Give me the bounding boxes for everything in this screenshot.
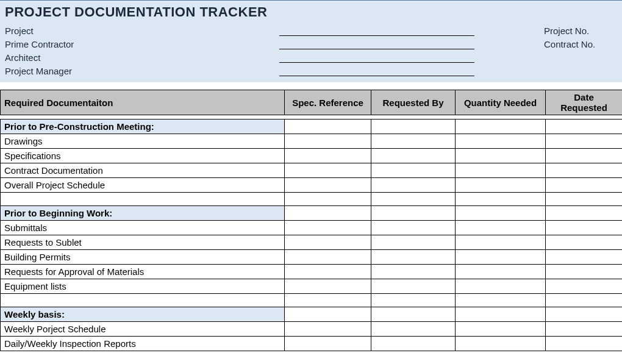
- table-row: Daily/Weekly Inspection Reports: [1, 337, 623, 351]
- cell[interactable]: [285, 120, 371, 134]
- cell[interactable]: [371, 279, 456, 294]
- header-block: PROJECT DOCUMENTATION TRACKER Project Pr…: [0, 0, 622, 82]
- cell[interactable]: [456, 163, 546, 178]
- table-row: Overall Project Schedule: [1, 178, 623, 193]
- cell[interactable]: [456, 178, 546, 193]
- col-header-spec: Spec. Reference: [285, 90, 371, 115]
- cell[interactable]: [456, 307, 546, 322]
- cell[interactable]: [546, 337, 623, 351]
- cell[interactable]: [456, 120, 546, 134]
- cell[interactable]: [285, 206, 371, 221]
- item-label: Weekly Porject Schedule: [1, 322, 285, 337]
- cell[interactable]: [456, 265, 546, 279]
- table-row: Weekly Porject Schedule: [1, 322, 623, 337]
- section-heading: Weekly basis:: [1, 307, 623, 322]
- cell[interactable]: [371, 265, 456, 279]
- table-row: Contract Documentation: [1, 163, 623, 178]
- cell[interactable]: [456, 134, 546, 149]
- meta-row-prime-contractor: Prime Contractor Contract No.: [5, 36, 617, 49]
- col-header-reqby: Requested By: [371, 90, 456, 115]
- item-label: Daily/Weekly Inspection Reports: [1, 337, 285, 351]
- cell[interactable]: [546, 206, 623, 221]
- section-heading-label: Prior to Beginning Work:: [1, 206, 285, 221]
- cell[interactable]: [285, 250, 371, 265]
- cell[interactable]: [371, 149, 456, 163]
- input-line-project-manager[interactable]: [279, 65, 474, 76]
- cell[interactable]: [546, 265, 623, 279]
- cell[interactable]: [546, 134, 623, 149]
- input-line-architect[interactable]: [279, 52, 474, 63]
- col-header-qty: Quantity Needed: [456, 90, 546, 115]
- cell[interactable]: [456, 221, 546, 235]
- table-row: Specifications: [1, 149, 623, 163]
- section-heading: Prior to Beginning Work:: [1, 206, 623, 221]
- page-title: PROJECT DOCUMENTATION TRACKER: [5, 4, 617, 20]
- cell[interactable]: [456, 149, 546, 163]
- table-row: Building Permits: [1, 250, 623, 265]
- cell[interactable]: [371, 134, 456, 149]
- item-label: Requests to Sublet: [1, 235, 285, 250]
- cell[interactable]: [371, 235, 456, 250]
- item-label: Drawings: [1, 134, 285, 149]
- cell[interactable]: [371, 250, 456, 265]
- cell[interactable]: [456, 235, 546, 250]
- input-line-project[interactable]: [279, 25, 474, 36]
- cell[interactable]: [546, 178, 623, 193]
- cell[interactable]: [456, 206, 546, 221]
- cell[interactable]: [371, 337, 456, 351]
- cell[interactable]: [371, 206, 456, 221]
- gap-row: [1, 193, 623, 206]
- cell[interactable]: [371, 120, 456, 134]
- cell[interactable]: [371, 307, 456, 322]
- label-prime-contractor: Prime Contractor: [5, 39, 279, 49]
- table-row: Submittals: [1, 221, 623, 235]
- section-heading-label: Prior to Pre-Construction Meeting:: [1, 120, 285, 134]
- cell[interactable]: [285, 235, 371, 250]
- section-heading-label: Weekly basis:: [1, 307, 285, 322]
- col-header-date: Date Requested: [546, 90, 623, 115]
- table-row: Requests to Sublet: [1, 235, 623, 250]
- cell[interactable]: [285, 337, 371, 351]
- cell[interactable]: [546, 235, 623, 250]
- cell[interactable]: [371, 178, 456, 193]
- item-label: Submittals: [1, 221, 285, 235]
- col-header-doc: Required Documentaiton: [1, 90, 285, 115]
- cell[interactable]: [546, 307, 623, 322]
- cell[interactable]: [546, 149, 623, 163]
- cell[interactable]: [285, 134, 371, 149]
- label-architect: Architect: [5, 52, 279, 63]
- cell[interactable]: [546, 250, 623, 265]
- cell[interactable]: [371, 221, 456, 235]
- cell[interactable]: [285, 149, 371, 163]
- cell[interactable]: [546, 322, 623, 337]
- cell[interactable]: [456, 337, 546, 351]
- table-row: Drawings: [1, 134, 623, 149]
- cell[interactable]: [546, 163, 623, 178]
- cell[interactable]: [546, 120, 623, 134]
- tracker-table: Required Documentaiton Spec. Reference R…: [0, 90, 622, 115]
- cell[interactable]: [546, 279, 623, 294]
- cell[interactable]: [285, 163, 371, 178]
- cell[interactable]: [456, 322, 546, 337]
- cell[interactable]: [285, 307, 371, 322]
- cell[interactable]: [456, 250, 546, 265]
- item-label: Specifications: [1, 149, 285, 163]
- cell[interactable]: [285, 322, 371, 337]
- label-project: Project: [5, 26, 279, 36]
- gap-row: [1, 294, 623, 307]
- item-label: Contract Documentation: [1, 163, 285, 178]
- cell[interactable]: [285, 178, 371, 193]
- input-line-prime-contractor[interactable]: [279, 38, 474, 49]
- cell[interactable]: [546, 221, 623, 235]
- cell[interactable]: [285, 279, 371, 294]
- cell[interactable]: [456, 279, 546, 294]
- table-header-row: Required Documentaiton Spec. Reference R…: [1, 90, 623, 115]
- label-project-no: Project No.: [544, 26, 617, 36]
- cell[interactable]: [371, 322, 456, 337]
- section-heading: Prior to Pre-Construction Meeting:: [1, 120, 623, 134]
- label-project-manager: Project Manager: [5, 66, 279, 76]
- cell[interactable]: [285, 265, 371, 279]
- cell[interactable]: [285, 221, 371, 235]
- cell[interactable]: [371, 163, 456, 178]
- meta-row-project: Project Project No.: [5, 23, 617, 36]
